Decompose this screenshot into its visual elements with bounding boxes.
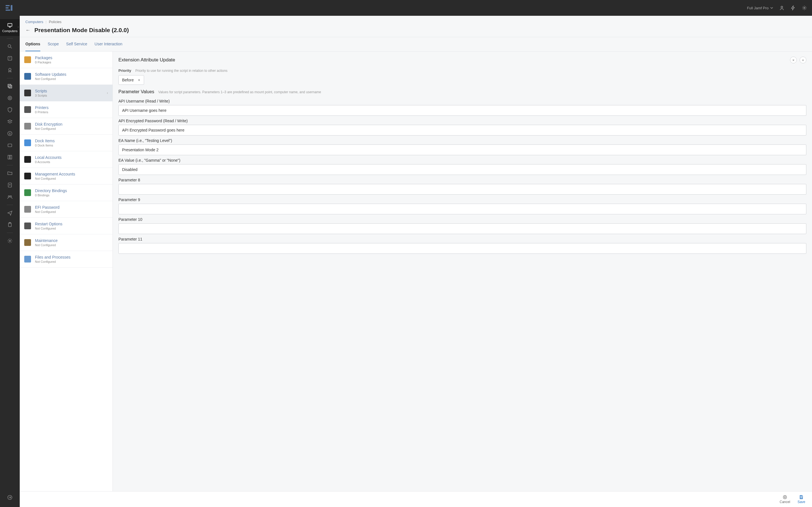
param-label: EA Name (i.e., "Testing Level") xyxy=(118,138,806,143)
rail-item-apps[interactable] xyxy=(0,128,20,139)
svg-rect-22 xyxy=(801,497,802,498)
svg-rect-7 xyxy=(8,84,11,87)
payload-item-directory-bindings[interactable]: Directory Bindings0 Bindings xyxy=(20,184,112,201)
book-icon xyxy=(7,154,13,160)
payload-item-printers[interactable]: Printers0 Printers xyxy=(20,101,112,118)
param-input-8[interactable] xyxy=(118,184,806,194)
payload-title: Disk Encryption xyxy=(35,122,62,126)
breadcrumb-sep: : xyxy=(46,20,47,24)
bolt-icon[interactable] xyxy=(791,5,796,10)
back-button[interactable]: ← xyxy=(26,27,31,33)
rail-item-clipboard[interactable] xyxy=(0,219,20,230)
rail-item-folder[interactable] xyxy=(0,168,20,179)
param-input-7[interactable] xyxy=(118,164,806,175)
breadcrumb-page: Policies xyxy=(49,20,61,24)
param-input-4[interactable] xyxy=(118,105,806,116)
svg-rect-2 xyxy=(8,23,12,26)
payload-item-local-accounts[interactable]: Local Accounts0 Accounts xyxy=(20,151,112,168)
rail-item-settings[interactable] xyxy=(0,235,20,246)
payload-item-scripts[interactable]: Scripts3 Scripts› xyxy=(20,85,112,101)
payload-item-dock-items[interactable]: Dock Items0 Dock Items xyxy=(20,135,112,151)
cancel-button[interactable]: Cancel xyxy=(779,495,790,504)
priority-hint: Priority to use for running the script i… xyxy=(135,69,227,73)
payload-icon xyxy=(24,256,31,263)
priority-value: Before xyxy=(122,78,134,82)
cancel-icon xyxy=(783,495,787,499)
remove-script-button[interactable]: × xyxy=(790,57,797,63)
payload-title: EFI Password xyxy=(35,205,59,210)
priority-select[interactable]: Before ▼ xyxy=(118,75,144,85)
rail-item-security[interactable] xyxy=(0,104,20,115)
rail-item-patches[interactable] xyxy=(0,140,20,151)
payload-subtitle: Not Configured xyxy=(35,243,57,247)
param-label: EA Value (i.e., "Gamma" or "None") xyxy=(118,158,806,163)
rail-item-enroll[interactable] xyxy=(0,179,20,191)
payload-subtitle: Not Configured xyxy=(35,227,62,230)
param-input-5[interactable] xyxy=(118,125,806,135)
payload-item-files-and-processes[interactable]: Files and ProcessesNot Configured xyxy=(20,251,112,268)
payload-item-software-updates[interactable]: Software UpdatesNot Configured xyxy=(20,68,112,85)
rail-item-badges[interactable] xyxy=(0,64,20,76)
user-icon[interactable] xyxy=(779,5,784,10)
payload-icon xyxy=(24,206,31,213)
payload-item-maintenance[interactable]: MaintenanceNot Configured xyxy=(20,234,112,251)
tab-options[interactable]: Options xyxy=(26,37,40,51)
nav-rail: Computers › xyxy=(0,16,20,507)
param-input-11[interactable] xyxy=(118,243,806,254)
rail-item-search[interactable] xyxy=(0,41,20,52)
gear-icon[interactable] xyxy=(802,5,807,10)
badge-icon xyxy=(7,67,13,73)
payload-icon xyxy=(24,56,31,63)
payload-title: Maintenance xyxy=(35,238,57,243)
detail-panel: Extension Attribute Update × + Priority … xyxy=(113,52,812,507)
add-script-button[interactable]: + xyxy=(800,57,806,63)
rail-item-logout[interactable] xyxy=(0,492,20,503)
send-icon xyxy=(7,210,13,216)
tab-self-service[interactable]: Self Service xyxy=(66,37,87,51)
payload-item-disk-encryption[interactable]: Disk EncryptionNot Configured xyxy=(20,118,112,135)
payload-subtitle: 0 Packages xyxy=(35,61,52,64)
rail-item-groups[interactable] xyxy=(0,191,20,203)
param-input-10[interactable] xyxy=(118,223,806,234)
payload-item-restart-options[interactable]: Restart OptionsNot Configured xyxy=(20,218,112,234)
param-input-6[interactable] xyxy=(118,145,806,155)
payload-icon xyxy=(24,189,31,196)
rail-item-config[interactable] xyxy=(0,93,20,104)
rail-item-send[interactable] xyxy=(0,207,20,219)
priority-label: Priority xyxy=(118,68,132,73)
param-input-9[interactable] xyxy=(118,204,806,214)
payload-icon xyxy=(24,173,31,179)
payload-item-management-accounts[interactable]: Management AccountsNot Configured xyxy=(20,168,112,184)
payload-title: Local Accounts xyxy=(35,155,61,160)
svg-point-14 xyxy=(8,196,10,197)
save-button[interactable]: Save xyxy=(798,495,805,504)
section-title: Extension Attribute Update xyxy=(118,57,175,63)
payload-title: Restart Options xyxy=(35,222,62,226)
payload-subtitle: 0 Printers xyxy=(35,110,49,114)
breadcrumb-root[interactable]: Computers xyxy=(26,20,43,24)
payload-item-efi-password[interactable]: EFI PasswordNot Configured xyxy=(20,201,112,218)
computer-icon xyxy=(7,22,13,28)
rail-item-books[interactable] xyxy=(0,152,20,163)
rail-separator xyxy=(7,38,13,39)
caret-down-icon: ▼ xyxy=(138,78,140,82)
payload-icon xyxy=(24,156,31,163)
clipboard-icon xyxy=(7,222,13,228)
profile-icon xyxy=(7,55,13,61)
rail-item-updates[interactable] xyxy=(0,116,20,127)
rail-separator xyxy=(7,165,13,165)
tab-user-interaction[interactable]: User Interaction xyxy=(94,37,122,51)
rail-item-computers[interactable]: Computers › xyxy=(0,19,20,36)
rail-item-licenses[interactable] xyxy=(0,53,20,64)
footer: Cancel Save xyxy=(20,491,812,507)
payload-subtitle: Not Configured xyxy=(35,260,70,263)
rail-item-policies[interactable] xyxy=(0,80,20,92)
payload-title: Packages xyxy=(35,55,52,60)
payload-item-packages[interactable]: Packages0 Packages xyxy=(20,52,112,68)
rail-separator xyxy=(7,233,13,233)
tab-scope[interactable]: Scope xyxy=(48,37,59,51)
param-values-hint: Values for script parameters. Parameters… xyxy=(158,90,321,94)
tenant-switcher[interactable]: Full Jamf Pro xyxy=(747,6,773,10)
svg-point-10 xyxy=(8,96,11,100)
tabs: Options Scope Self Service User Interact… xyxy=(26,37,806,51)
